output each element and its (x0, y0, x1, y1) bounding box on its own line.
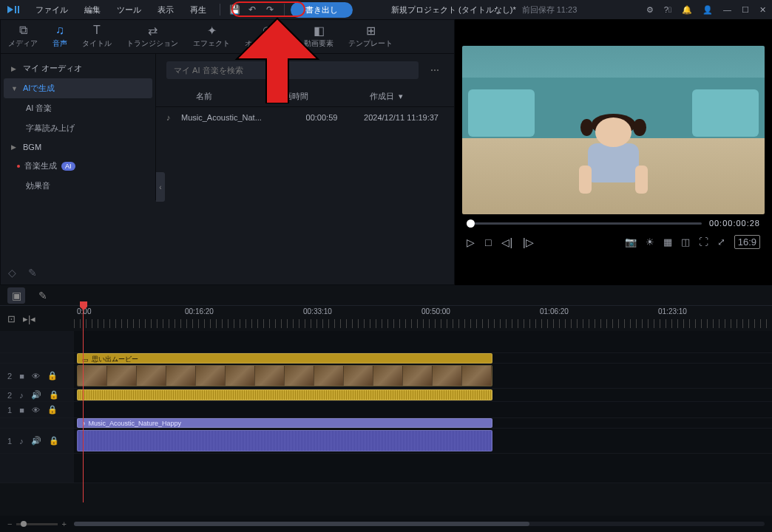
zoom-in-icon[interactable]: + (62, 519, 67, 528)
ruler-tick: 00:16:20 (185, 307, 214, 316)
ai-badge: AI (61, 162, 75, 171)
mute-icon[interactable]: 🔊 (31, 390, 41, 400)
music-clip-header[interactable]: ♪Music_Acoustic_Nature_Happy (77, 418, 492, 428)
close-icon[interactable]: ✕ (759, 5, 766, 15)
tab-transition[interactable]: ⇄トランジション (119, 20, 186, 53)
header-name[interactable]: 名前 (166, 91, 255, 102)
zoom-slider[interactable]: − + (7, 519, 67, 528)
menu-view[interactable]: 表示 (150, 1, 181, 18)
scrub-handle[interactable] (467, 219, 475, 228)
preview-viewport[interactable] (462, 46, 765, 214)
quality-icon[interactable]: ☀ (646, 236, 654, 248)
preview-scrubber: 00:00:00:28 (459, 214, 768, 232)
tab-title[interactable]: Tタイトル (75, 20, 119, 53)
selection-tool-icon[interactable]: ▣ (7, 287, 25, 304)
magnet-icon[interactable]: ⊡ (7, 313, 16, 324)
music-clip[interactable] (77, 430, 492, 451)
mute-icon[interactable]: 🔊 (31, 436, 41, 446)
timecode: 00:00:00:28 (709, 219, 760, 228)
header-duration[interactable]: 録画時間 (255, 91, 329, 102)
lock-icon[interactable]: 🔒 (47, 405, 58, 415)
menubar-right: ⚙ ?⃝ 🔔 👤 — ☐ ✕ (646, 5, 766, 15)
playhead-line (83, 310, 84, 502)
settings-icon[interactable]: ⚙ (646, 5, 654, 15)
video-icon[interactable]: ■ (19, 372, 24, 381)
redo-icon[interactable]: ↷ (262, 4, 278, 15)
export-button[interactable]: 書き出し (291, 2, 353, 18)
preview-controls: ▷ □ ◁| |▷ 📷 ☀ ▦ ◫ ⛶ ⤢ 16:9 (459, 232, 768, 255)
next-frame-icon[interactable]: |▷ (523, 236, 534, 248)
zoom-out-icon[interactable]: − (7, 519, 12, 528)
maximize-icon[interactable]: ☐ (742, 5, 749, 15)
play-icon[interactable]: ▷ (467, 236, 475, 248)
scrub-track[interactable] (467, 222, 702, 225)
sidebar-my-audio[interactable]: ▶マイ オーディオ (4, 58, 152, 78)
tab-element[interactable]: ◧動画要素 (297, 20, 341, 53)
audio-icon[interactable]: ♪ (19, 437, 24, 446)
video-clip-header[interactable]: ▭思い出ムービー (77, 353, 492, 364)
video-clip[interactable] (77, 365, 492, 386)
tab-overlay[interactable]: ☺オーバーレイ (237, 20, 297, 53)
tab-media[interactable]: ⧉メディア (1, 20, 45, 53)
music-note-icon: ♪ (166, 113, 181, 122)
stop-icon[interactable]: □ (485, 236, 491, 248)
save-icon[interactable]: 💾 (226, 4, 243, 15)
tab-effect[interactable]: ✦エフェクト (186, 20, 237, 53)
scroll-thumb[interactable] (74, 522, 529, 526)
minimize-icon[interactable]: — (723, 5, 731, 14)
sidebar-subtitle-tts[interactable]: 字幕読み上げ (4, 118, 152, 138)
row-name: Music_Acoustic_Nat... (181, 113, 285, 122)
help-icon[interactable]: ?⃝ (664, 5, 671, 14)
sidebar-ai-generate[interactable]: ▼AIで生成 (4, 78, 152, 98)
svg-rect-1 (18, 6, 19, 13)
visibility-icon[interactable]: 👁 (32, 372, 40, 381)
sidebar-music-gen[interactable]: 音楽生成AI (4, 156, 152, 176)
fullscreen-icon[interactable]: ⤢ (717, 236, 725, 248)
lock-icon[interactable]: 🔒 (49, 436, 59, 446)
menu-file[interactable]: ファイル (28, 1, 75, 18)
lock-icon[interactable]: 🔒 (49, 390, 59, 400)
visibility-icon[interactable]: 👁 (32, 406, 40, 415)
lock-icon[interactable]: 🔒 (47, 371, 58, 381)
menubar: ファイル 編集 ツール 表示 再生 💾 ↶ ↷ 書き出し 新規プロジェクト (タ… (0, 0, 772, 19)
compare-icon[interactable]: ◫ (681, 236, 690, 248)
menu-tools[interactable]: ツール (109, 1, 149, 18)
sidebar-bgm[interactable]: ▶BGM (4, 138, 152, 156)
track-head-video: 2 ■ 👁 🔒 (0, 364, 74, 388)
track-head-video-label (0, 353, 74, 363)
search-input[interactable] (166, 61, 419, 79)
collapse-sidebar[interactable]: ‹ (156, 172, 165, 202)
audio-icon[interactable]: ♪ (19, 391, 24, 400)
menu-edit[interactable]: 編集 (77, 1, 108, 18)
tab-audio[interactable]: ♫音声 (45, 20, 75, 53)
blade-tool-icon[interactable]: ✎ (34, 290, 52, 301)
crop-icon[interactable]: ⛶ (699, 236, 708, 248)
safe-zone-icon[interactable]: ▦ (663, 236, 672, 248)
list-row[interactable]: ♪ Music_Acoustic_Nat... 00:00:59 2024/12… (156, 107, 454, 128)
timeline: ▣ ✎ ⊡ ▸|◂ 0:00 00:16:20 00:33:10 00:50:0… (0, 285, 772, 532)
divider (284, 4, 285, 16)
eraser-icon[interactable]: ◇ (8, 267, 16, 279)
wand-icon[interactable]: ✎ (28, 267, 37, 279)
sidebar-ai-music[interactable]: AI 音楽 (4, 98, 152, 118)
content-area: ⋯ 名前 録画時間 作成日▾ ♪ Music_Acoustic_Nat... 0… (156, 54, 454, 284)
marker-icon[interactable]: ▸|◂ (23, 313, 35, 324)
zoom-handle[interactable] (21, 521, 27, 527)
aspect-ratio[interactable]: 16:9 (734, 235, 760, 249)
horizontal-scrollbar[interactable] (74, 522, 765, 526)
account-icon[interactable]: 👤 (702, 5, 713, 15)
notification-icon[interactable]: 🔔 (682, 5, 692, 15)
more-icon[interactable]: ⋯ (426, 65, 444, 75)
audio-sidebar: ▶マイ オーディオ ▼AIで生成 AI 音楽 字幕読み上げ ▶BGM 音楽生成A… (1, 54, 156, 200)
video-icon[interactable]: ■ (19, 406, 24, 415)
tab-template[interactable]: ⊞テンプレート (341, 20, 400, 53)
prev-frame-icon[interactable]: ◁| (501, 236, 512, 248)
undo-icon[interactable]: ↶ (244, 4, 260, 15)
linked-audio-clip[interactable] (77, 389, 492, 400)
title-icon: T (93, 24, 101, 37)
snapshot-icon[interactable]: 📷 (625, 236, 637, 248)
header-date[interactable]: 作成日▾ (329, 91, 444, 102)
timeline-ruler[interactable]: 0:00 00:16:20 00:33:10 00:50:00 01:06:20… (74, 306, 772, 331)
sidebar-sfx[interactable]: 効果音 (4, 176, 152, 196)
menu-play[interactable]: 再生 (183, 1, 214, 18)
